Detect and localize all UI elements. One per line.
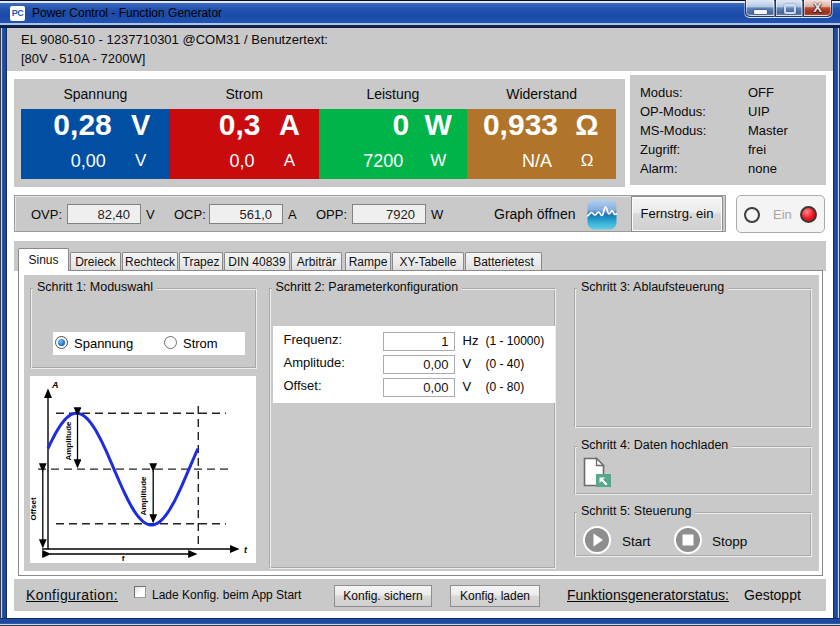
svg-text:Amplitude: Amplitude (64, 420, 73, 460)
svg-text:Offset: Offset (30, 497, 38, 520)
svg-text:A: A (51, 380, 59, 390)
svg-text:Amplitude: Amplitude (139, 475, 148, 515)
svg-text:f: f (122, 554, 125, 563)
svg-text:t: t (244, 545, 248, 555)
